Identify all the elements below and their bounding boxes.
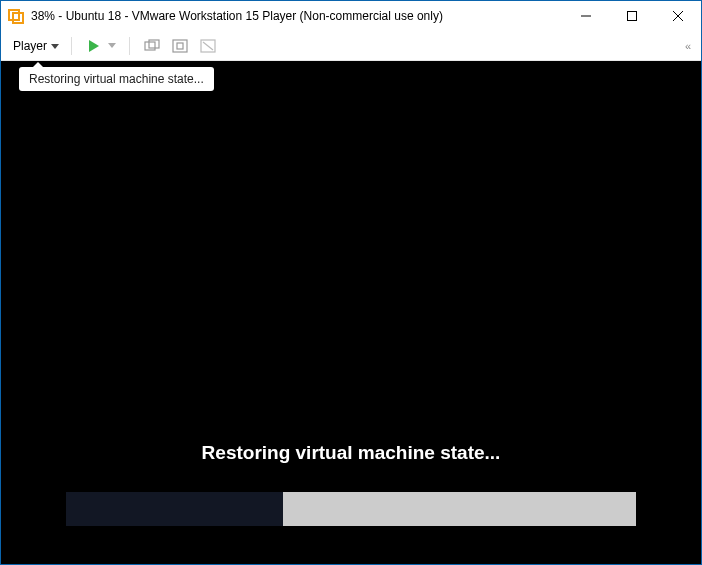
svg-rect-12 <box>177 43 183 49</box>
toolbar: Player « <box>1 31 701 61</box>
status-tooltip: Restoring virtual machine state... <box>19 67 214 91</box>
toolbar-separator <box>71 37 72 55</box>
minimize-button[interactable] <box>563 1 609 31</box>
collapse-toolbar-icon[interactable]: « <box>685 40 689 52</box>
chevron-down-icon <box>51 39 59 53</box>
restore-panel: Restoring virtual machine state... <box>1 442 701 564</box>
window-controls <box>563 1 701 31</box>
svg-rect-3 <box>628 12 637 21</box>
player-menu-button[interactable]: Player <box>9 37 63 55</box>
vm-display-area: Restoring virtual machine state... Resto… <box>1 61 701 564</box>
player-menu-label: Player <box>13 39 47 53</box>
play-icon[interactable] <box>83 35 105 57</box>
app-window: 38% - Ubuntu 18 - VMware Workstation 15 … <box>0 0 702 565</box>
maximize-button[interactable] <box>609 1 655 31</box>
progress-bar-fill <box>66 492 283 526</box>
toolbar-separator <box>129 37 130 55</box>
svg-marker-7 <box>89 40 99 52</box>
window-title: 38% - Ubuntu 18 - VMware Workstation 15 … <box>31 9 563 23</box>
svg-marker-6 <box>51 44 59 49</box>
restore-heading: Restoring virtual machine state... <box>202 442 501 464</box>
svg-line-14 <box>203 42 213 50</box>
progress-bar <box>66 492 636 526</box>
svg-rect-11 <box>173 40 187 52</box>
svg-marker-8 <box>108 43 116 48</box>
unity-mode-icon[interactable] <box>197 35 219 57</box>
play-dropdown-icon[interactable] <box>106 35 118 57</box>
send-ctrl-alt-del-icon[interactable] <box>141 35 163 57</box>
close-button[interactable] <box>655 1 701 31</box>
svg-rect-9 <box>145 42 155 50</box>
vmware-app-icon <box>7 7 25 25</box>
tooltip-text: Restoring virtual machine state... <box>29 72 204 86</box>
fullscreen-icon[interactable] <box>169 35 191 57</box>
svg-rect-10 <box>149 40 159 48</box>
titlebar: 38% - Ubuntu 18 - VMware Workstation 15 … <box>1 1 701 31</box>
